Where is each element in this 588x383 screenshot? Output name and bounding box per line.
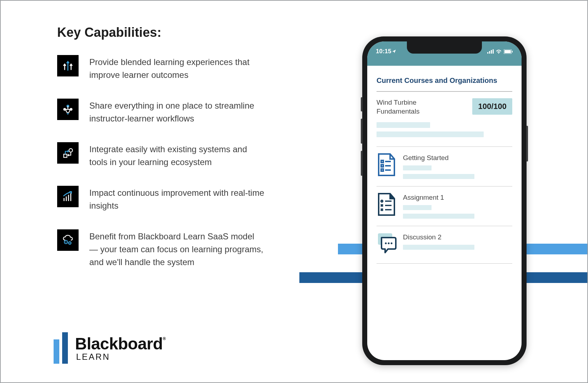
- logo-brand-text: Blackboard: [75, 334, 163, 353]
- wifi-icon: [496, 49, 502, 54]
- capability-text: Benefit from Blackboard Learn SaaS model…: [89, 229, 264, 269]
- phone-notch: [407, 41, 482, 54]
- svg-point-8: [69, 243, 70, 243]
- capability-text: Provide blended learning experiences tha…: [89, 55, 264, 81]
- screen-body: Current Courses and Organizations Wind T…: [367, 66, 522, 264]
- phone-side-button: [526, 126, 528, 161]
- list-item-title: Getting Started: [403, 154, 512, 162]
- svg-rect-3: [64, 154, 67, 158]
- placeholder-bar: [403, 205, 432, 210]
- svg-rect-15: [504, 50, 511, 53]
- logo-brand: Blackboard®: [75, 334, 166, 353]
- placeholder-bar: [403, 214, 474, 219]
- battery-icon: [504, 49, 513, 54]
- signal-icon: [487, 49, 494, 54]
- divider: [377, 263, 512, 264]
- phone-mockup: 10:15: [362, 36, 527, 365]
- list-item: Getting Started: [377, 147, 512, 186]
- capability-item: Impact continuous improvement with real-…: [57, 186, 264, 212]
- svg-rect-11: [491, 50, 492, 54]
- list-item-title: Discussion 2: [403, 233, 512, 241]
- integrate-shapes-icon: [57, 142, 79, 164]
- bar-chart-growth-icon: [57, 186, 79, 207]
- list-item: Discussion 2: [377, 226, 512, 263]
- list-item-title: Assignment 1: [403, 194, 512, 202]
- list-item: Assignment 1: [377, 186, 512, 226]
- capabilities-list: Provide blended learning experiences tha…: [57, 55, 264, 269]
- capability-text: Share everything in one place to streaml…: [89, 99, 264, 125]
- phone-side-button: [361, 151, 363, 176]
- svg-rect-32: [62, 332, 68, 364]
- course-header: Wind Turbine Fundamentals 100/100: [377, 98, 512, 116]
- svg-rect-10: [489, 51, 490, 54]
- divider: [377, 91, 512, 92]
- phone-side-button: [361, 97, 363, 111]
- placeholder-bar: [377, 131, 484, 137]
- svg-point-2: [70, 108, 72, 110]
- svg-point-1: [64, 108, 65, 110]
- svg-rect-17: [381, 160, 383, 163]
- logo-sub: LEARN: [76, 352, 166, 362]
- capability-item: Provide blended learning experiences tha…: [57, 55, 264, 81]
- svg-rect-19: [381, 165, 383, 167]
- capability-item: Integrate easily with existing systems a…: [57, 142, 264, 169]
- cloud-gears-icon: [57, 229, 79, 251]
- placeholder-bar: [403, 245, 474, 250]
- status-time: 10:15: [376, 48, 396, 55]
- svg-point-6: [65, 242, 66, 243]
- blackboard-learn-logo: Blackboard® LEARN: [54, 332, 166, 364]
- svg-rect-12: [493, 49, 494, 54]
- capability-text: Integrate easily with existing systems a…: [89, 142, 264, 169]
- status-time-text: 10:15: [376, 48, 391, 55]
- svg-point-23: [381, 200, 383, 202]
- svg-point-30: [391, 243, 393, 244]
- location-icon: [392, 49, 396, 54]
- svg-rect-16: [512, 51, 513, 53]
- placeholder-bar: [377, 122, 430, 128]
- svg-rect-21: [381, 169, 383, 171]
- logo-bars-icon: [54, 332, 69, 364]
- svg-point-13: [498, 53, 499, 54]
- status-icons: [487, 49, 513, 54]
- placeholder-bar: [403, 165, 432, 170]
- svg-rect-31: [54, 339, 59, 364]
- score-badge: 100/100: [472, 98, 512, 115]
- screen-heading: Current Courses and Organizations: [377, 76, 512, 85]
- course-name: Wind Turbine Fundamentals: [377, 98, 441, 116]
- discussion-icon: [377, 233, 397, 256]
- svg-point-28: [385, 243, 387, 244]
- phone-screen: 10:15: [367, 41, 522, 360]
- document-list-icon: [377, 153, 397, 177]
- capability-item: Benefit from Blackboard Learn SaaS model…: [57, 229, 264, 269]
- phone-side-button: [361, 119, 363, 144]
- assignment-icon: [377, 193, 397, 217]
- capability-text: Impact continuous improvement with real-…: [89, 186, 264, 212]
- arrows-up-icon: [57, 55, 79, 76]
- svg-point-29: [388, 243, 390, 244]
- placeholder-bar: [403, 174, 474, 179]
- svg-rect-9: [487, 52, 488, 54]
- capability-item: Share everything in one place to streaml…: [57, 99, 264, 125]
- share-network-icon: [57, 99, 79, 120]
- slide: Key Capabilities: Provide blended learni…: [1, 1, 587, 382]
- placeholder-lines: [377, 122, 512, 137]
- svg-point-4: [69, 149, 73, 152]
- registered-mark: ®: [163, 336, 166, 341]
